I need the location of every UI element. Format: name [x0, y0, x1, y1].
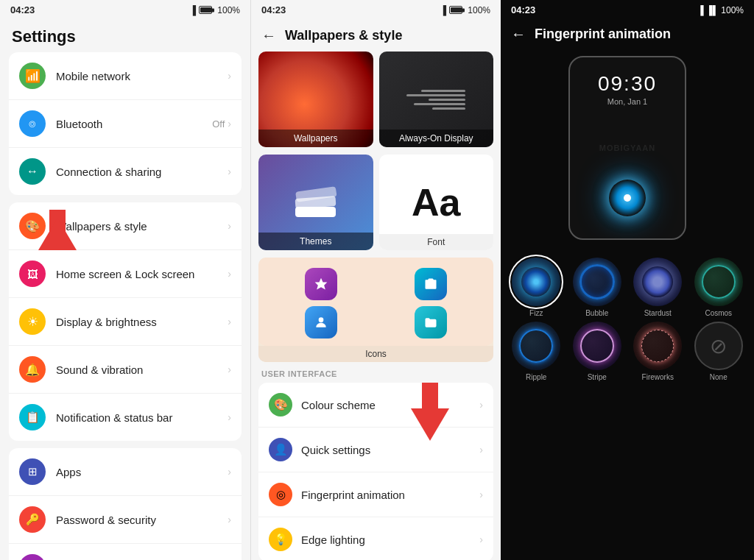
- settings-item-notification[interactable]: 📋 Notification & status bar ›: [9, 394, 242, 441]
- fingerprint-dot: [624, 194, 631, 202]
- chevron-fp: ›: [479, 489, 483, 500]
- time-2: 04:23: [261, 4, 286, 15]
- settings-section-network: 📶 Mobile network › ⌾ Bluetooth Off › ↔ C…: [9, 52, 242, 195]
- anim-fizz[interactable]: Fizz: [508, 258, 565, 317]
- settings-item-password[interactable]: 🔑 Password & security ›: [9, 496, 242, 544]
- password-icon: 🔑: [19, 506, 46, 533]
- fizz-label: Fizz: [529, 309, 543, 317]
- anim-ripple[interactable]: Ripple: [508, 322, 565, 381]
- wallpapers-icon: 🎨: [19, 213, 46, 239]
- settings-item-apps[interactable]: ⊞ Apps ›: [9, 448, 242, 496]
- connection-icon: ↔: [19, 158, 46, 185]
- cosmos-label: Cosmos: [705, 309, 732, 317]
- notification-icon: 📋: [19, 404, 46, 430]
- bubble-label: Bubble: [585, 309, 608, 317]
- settings-item-mobile-network[interactable]: 📶 Mobile network ›: [9, 52, 242, 100]
- status-icons-1: ▐ 100%: [190, 5, 240, 15]
- sound-icon: 🔔: [19, 356, 46, 383]
- fizz-circle: [512, 258, 560, 306]
- wallpapers-card[interactable]: Wallpapers: [258, 52, 373, 147]
- app-icon-purple: [305, 268, 337, 300]
- mobile-network-label: Mobile network: [56, 70, 228, 82]
- bluetooth-icon: ⌾: [19, 110, 46, 137]
- battery-pct-2: 100%: [468, 5, 490, 15]
- settings-item-homescreen[interactable]: 🖼 Home screen & Lock screen ›: [9, 250, 242, 298]
- chevron-icon: ›: [228, 118, 231, 130]
- ui-item-fingerprint[interactable]: ◎ Fingerprint animation ›: [258, 472, 493, 517]
- aod-card[interactable]: Always-On Display: [379, 52, 494, 147]
- phone-preview-time: 09:30: [598, 72, 657, 96]
- aod-lines: [406, 90, 465, 110]
- font-aa-label: Aa: [412, 180, 460, 224]
- chevron-icon: ›: [228, 166, 231, 177]
- chevron-icon: ›: [228, 466, 231, 478]
- battery-pct-1: 100%: [217, 5, 240, 15]
- app-icon-contacts: [305, 306, 337, 339]
- stripe-circle: [573, 322, 621, 370]
- anim-none[interactable]: None: [691, 322, 747, 381]
- svg-point-2: [318, 317, 323, 322]
- chevron-icon: ›: [228, 364, 231, 375]
- fingerprint-glow: [609, 180, 646, 216]
- svg-marker-0: [314, 278, 327, 290]
- ripple-circle: [512, 322, 560, 370]
- status-bar-2: 04:23 ▐ 100%: [251, 0, 501, 20]
- ui-item-edge[interactable]: 💡 Edge lighting ›: [258, 517, 493, 560]
- anim-fireworks[interactable]: Fireworks: [630, 322, 686, 381]
- ripple-label: Ripple: [526, 373, 546, 381]
- chevron-edge: ›: [479, 534, 483, 545]
- settings-item-connection[interactable]: ↔ Connection & sharing ›: [9, 148, 242, 195]
- chevron-icon: ›: [228, 70, 231, 82]
- settings-item-bluetooth[interactable]: ⌾ Bluetooth Off ›: [9, 100, 242, 148]
- chevron-icon: ›: [228, 514, 231, 525]
- edge-icon: 💡: [269, 528, 292, 551]
- font-card[interactable]: Aa Font: [379, 155, 494, 250]
- settings-item-wallpapers[interactable]: 🎨 Wallpapers & style ›: [9, 202, 242, 250]
- privacy-icon: 🛡: [19, 554, 46, 560]
- ui-item-colour[interactable]: 🎨 Colour scheme ›: [258, 383, 493, 428]
- panel2-content: Wallpapers Always-On Display: [251, 52, 501, 560]
- settings-item-display[interactable]: ☀ Display & brightness ›: [9, 298, 242, 346]
- homescreen-label: Home screen & Lock screen: [56, 268, 228, 280]
- sound-label: Sound & vibration: [56, 364, 228, 376]
- settings-item-sound[interactable]: 🔔 Sound & vibration ›: [9, 346, 242, 394]
- animation-grid: Fizz Bubble Stardust Cosmos Ripple Strip…: [501, 247, 754, 386]
- ui-item-quick[interactable]: 👤 Quick settings ›: [258, 428, 493, 472]
- phone-preview: 09:30 Mon, Jan 1 MOBIGYAAN: [568, 56, 686, 240]
- anim-stardust[interactable]: Stardust: [630, 258, 686, 317]
- colour-label: Colour scheme: [301, 399, 479, 411]
- panel3-header: ← Fingerprint animation: [501, 20, 754, 49]
- aod-card-label: Always-On Display: [379, 130, 494, 147]
- status-bar-1: 04:23 ▐ 100%: [0, 0, 250, 20]
- icons-label: Icons: [258, 346, 493, 362]
- settings-list: 📶 Mobile network › ⌾ Bluetooth Off › ↔ C…: [0, 52, 250, 560]
- themes-card[interactable]: Themes: [258, 155, 373, 250]
- fingerprint-panel: 04:23 ▐ ▐▌ 100% ← Fingerprint animation …: [501, 0, 754, 560]
- edge-label: Edge lighting: [301, 534, 479, 546]
- none-circle: [694, 322, 743, 370]
- quick-icon: 👤: [269, 438, 292, 461]
- anim-bubble[interactable]: Bubble: [569, 258, 626, 317]
- ui-section-header: USER INTERFACE: [261, 369, 490, 378]
- cosmos-circle: [694, 258, 743, 306]
- bluetooth-value: Off: [212, 118, 225, 130]
- settings-panel: 04:23 ▐ 100% Settings 📶 Mobile network ›…: [0, 0, 250, 560]
- watermark: MOBIGYAAN: [599, 143, 655, 152]
- back-button-2[interactable]: ←: [261, 27, 276, 44]
- display-label: Display & brightness: [56, 316, 228, 328]
- fingerprint-anim-label: Fingerprint animation: [301, 489, 479, 501]
- icons-card[interactable]: Icons: [258, 258, 493, 362]
- settings-item-privacy[interactable]: 🛡 Privacy ›: [9, 544, 242, 560]
- colour-icon: 🎨: [269, 393, 292, 417]
- themes-stack: [295, 185, 336, 220]
- anim-cosmos[interactable]: Cosmos: [691, 258, 747, 317]
- stardust-circle: [633, 258, 682, 306]
- anim-stripe[interactable]: Stripe: [569, 322, 626, 381]
- chevron-icon: ›: [228, 316, 231, 327]
- chevron-icon: ›: [228, 268, 231, 280]
- apps-icon: ⊞: [19, 458, 46, 485]
- bluetooth-label: Bluetooth: [56, 118, 212, 130]
- font-card-label: Font: [379, 234, 494, 250]
- fireworks-circle: [633, 322, 682, 370]
- back-button-3[interactable]: ←: [511, 26, 526, 43]
